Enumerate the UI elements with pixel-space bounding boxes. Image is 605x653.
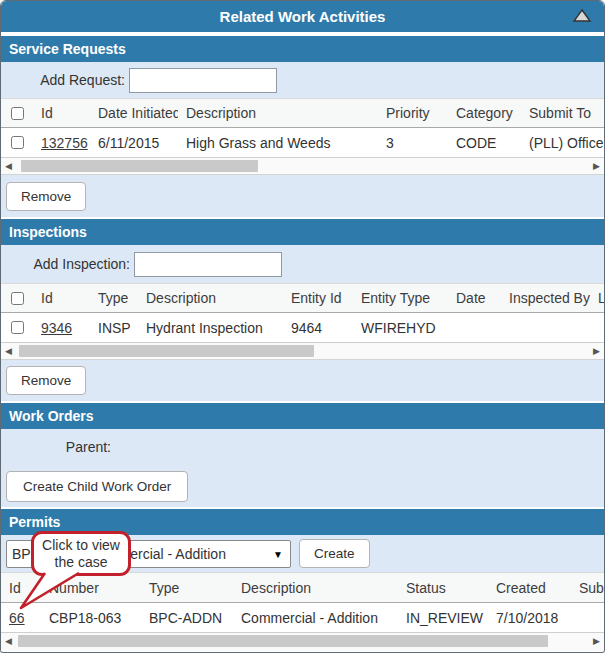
tooltip-text-line1: Click to view [42, 537, 120, 554]
column-header: Id [33, 290, 90, 306]
column-header: Entity Type [353, 290, 448, 306]
column-header: Entity Id [283, 290, 353, 306]
section-header-service-requests: Service Requests [1, 36, 604, 62]
section-header-inspections: Inspections [1, 217, 604, 245]
column-header: Inspected By [501, 290, 590, 306]
scroll-right-arrow-icon[interactable]: ▶ [593, 346, 600, 357]
inspections-header-row: Id Type Description Entity Id Entity Typ… [1, 283, 604, 313]
horizontal-scrollbar[interactable]: ◀ ▶ [1, 158, 604, 175]
column-header: Description [138, 290, 283, 306]
service-request-row: 132756 6/11/2015 High Grass and Weeds 3 … [1, 128, 604, 158]
cell-description: Hydrant Inspection [138, 320, 283, 336]
column-header: L [590, 290, 604, 306]
cell-priority: 3 [378, 135, 448, 151]
cell-description: Commercial - Addition [233, 610, 398, 626]
cell-created: 7/10/2018 [488, 610, 571, 626]
panel-titlebar: Related Work Activities [1, 1, 604, 32]
column-header: Priority [378, 105, 448, 121]
add-inspection-input[interactable] [134, 252, 282, 277]
section-title: Service Requests [9, 41, 126, 57]
section-header-work-orders: Work Orders [1, 401, 604, 429]
scroll-right-arrow-icon[interactable]: ▶ [593, 636, 600, 647]
scrollbar-thumb[interactable] [19, 345, 314, 357]
column-header: Category [448, 105, 521, 121]
parent-label: Parent: [1, 439, 111, 455]
cell-entity-id: 9464 [283, 320, 353, 336]
column-header: Description [178, 105, 378, 121]
permits-header-row: Id Number Type Description Status Create… [1, 572, 604, 603]
row-checkbox[interactable] [11, 136, 24, 149]
tooltip-tail-pointer [11, 572, 91, 612]
create-permit-button[interactable]: Create [299, 539, 370, 568]
remove-inspection-button[interactable]: Remove [6, 366, 86, 395]
cell-type: BPC-ADDN [141, 610, 233, 626]
dropdown-arrow-icon: ▼ [273, 549, 283, 560]
scrollbar-thumb[interactable] [18, 635, 548, 647]
column-header: Date Initiated [90, 105, 178, 121]
column-header: Description [233, 580, 398, 596]
cell-submit-to: (PLL) Office [521, 135, 604, 151]
select-all-checkbox[interactable] [11, 107, 24, 120]
column-header: Status [398, 580, 488, 596]
cell-date-initiated: 6/11/2015 [90, 135, 178, 151]
panel-title: Related Work Activities [220, 8, 386, 25]
row-checkbox[interactable] [11, 321, 24, 334]
cell-entity-type: WFIREHYD [353, 320, 448, 336]
add-request-label: Add Request: [1, 72, 129, 88]
tooltip-text-line2: the case [55, 554, 108, 571]
scroll-left-arrow-icon[interactable]: ◀ [5, 636, 12, 647]
section-title: Work Orders [9, 408, 94, 424]
permit-row: 66 CBP18-063 BPC-ADDN Commercial - Addit… [1, 603, 604, 633]
add-inspection-label: Add Inspection: [1, 256, 134, 272]
related-work-activities-panel: Related Work Activities Service Requests… [0, 0, 605, 653]
create-child-work-order-button[interactable]: Create Child Work Order [6, 471, 188, 502]
column-header: Created [488, 580, 571, 596]
cell-status: IN_REVIEW [398, 610, 488, 626]
column-header: Submit To [521, 105, 604, 121]
inspection-row: 9346 INSP Hydrant Inspection 9464 WFIREH… [1, 313, 604, 343]
column-header: Date [448, 290, 501, 306]
cell-category: CODE [448, 135, 521, 151]
collapse-panel-button[interactable] [572, 9, 592, 23]
horizontal-scrollbar[interactable]: ◀ ▶ [1, 343, 604, 360]
scrollbar-thumb[interactable] [21, 160, 258, 172]
column-header: Id [33, 105, 90, 121]
inspection-id-link[interactable]: 9346 [41, 320, 72, 336]
section-title: Permits [9, 514, 60, 530]
add-request-input[interactable] [129, 68, 277, 93]
remove-service-request-button[interactable]: Remove [6, 182, 86, 211]
column-header: Sub [571, 580, 604, 596]
select-all-checkbox[interactable] [11, 292, 24, 305]
service-requests-header-row: Id Date Initiated Description Priority C… [1, 98, 604, 128]
column-header: Type [90, 290, 138, 306]
scroll-left-arrow-icon[interactable]: ◀ [5, 161, 12, 172]
section-title: Inspections [9, 224, 87, 240]
service-request-id-link[interactable]: 132756 [41, 135, 88, 151]
cell-description: High Grass and Weeds [178, 135, 378, 151]
click-to-view-case-tooltip: Click to view the case [31, 531, 131, 576]
cell-type: INSP [90, 320, 138, 336]
horizontal-scrollbar[interactable]: ◀ ▶ [1, 633, 604, 651]
scroll-left-arrow-icon[interactable]: ◀ [5, 346, 12, 357]
triangle-up-icon [572, 9, 592, 23]
column-header: Type [141, 580, 233, 596]
scroll-right-arrow-icon[interactable]: ▶ [593, 161, 600, 172]
